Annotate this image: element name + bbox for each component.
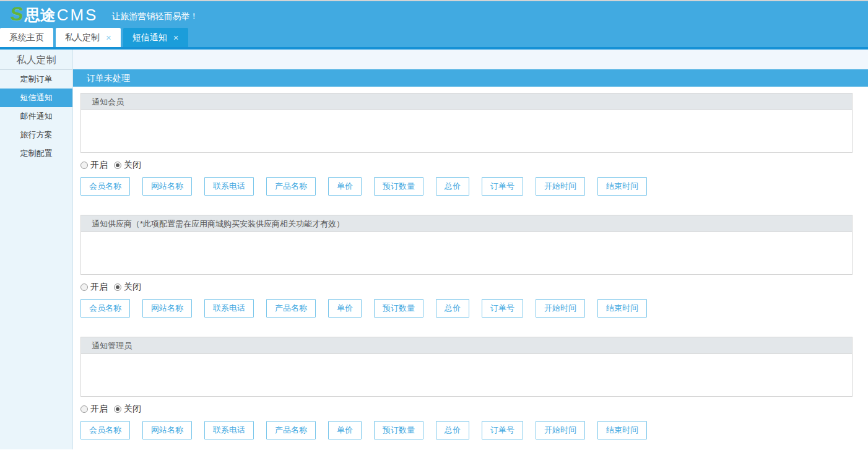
field-tag-button[interactable]: 结束时间: [597, 421, 647, 439]
field-tag-button[interactable]: 总价: [436, 177, 469, 196]
radio-on[interactable]: [80, 162, 88, 169]
radio-off-label: 关闭: [124, 282, 141, 293]
notify-supplier-textarea[interactable]: [81, 232, 852, 274]
sidebar-item-custom-config[interactable]: 定制配置: [0, 144, 72, 163]
field-tag-button[interactable]: 开始时间: [536, 421, 585, 439]
field-tag-button[interactable]: 会员名称: [80, 299, 130, 318]
tab-label: 系统主页: [9, 32, 44, 43]
field-tag-button[interactable]: 预订数量: [374, 177, 423, 196]
radio-off[interactable]: [114, 162, 121, 169]
notify-admin-textarea[interactable]: [81, 354, 852, 396]
logo-leaf-icon: S: [9, 4, 24, 24]
field-tag-button[interactable]: 联系电话: [204, 177, 254, 196]
field-tag-button[interactable]: 单价: [328, 299, 362, 318]
field-tag-button[interactable]: 单价: [328, 421, 362, 439]
field-tag-button[interactable]: 总价: [436, 299, 469, 318]
close-icon[interactable]: ×: [106, 33, 111, 42]
enable-radio-group: 开启 关闭: [80, 404, 853, 415]
field-tag-button[interactable]: 订单号: [482, 177, 523, 196]
radio-on[interactable]: [80, 405, 88, 413]
section-title: 通知供应商（*此项配置需在应用商城购买安装供应商相关功能才有效）: [81, 215, 852, 232]
radio-on-label: 开启: [90, 282, 108, 293]
tab-private-custom[interactable]: 私人定制 ×: [56, 28, 121, 47]
section-notify-admin: 通知管理员 开启 关闭 会员名称网站名称联系电话产品名称单价预订数量总价订单号开…: [80, 337, 853, 439]
tab-sms-notice[interactable]: 短信通知 ×: [123, 28, 188, 47]
field-tag-button[interactable]: 联系电话: [204, 421, 254, 439]
close-icon[interactable]: ×: [173, 33, 179, 42]
sidebar-item-custom-order[interactable]: 定制订单: [0, 70, 72, 89]
radio-off[interactable]: [114, 283, 121, 291]
main-content: 订单未处理 通知会员 开启 关闭 会员名称网站名称联系电话产品名称单价预订数量总…: [73, 50, 868, 449]
field-tag-button[interactable]: 预订数量: [374, 421, 423, 439]
section-notify-member: 通知会员 开启 关闭 会员名称网站名称联系电话产品名称单价预订数量总价订单号开始…: [80, 93, 853, 196]
section-title: 通知会员: [81, 93, 852, 110]
field-tag-button[interactable]: 会员名称: [80, 177, 130, 196]
sidebar-item-sms-notice[interactable]: 短信通知: [0, 89, 72, 107]
field-tag-button[interactable]: 联系电话: [204, 299, 254, 318]
radio-on-label: 开启: [90, 404, 108, 415]
tab-system-home[interactable]: 系统主页: [0, 28, 53, 47]
sidebar-item-travel-plan[interactable]: 旅行方案: [0, 126, 72, 144]
page-title: 订单未处理: [73, 69, 868, 87]
app-header: S 思途 CMS 让旅游营销轻而易举！: [0, 0, 868, 28]
enable-radio-group: 开启 关闭: [80, 282, 853, 293]
enable-radio-group: 开启 关闭: [80, 160, 853, 171]
field-tag-button[interactable]: 结束时间: [597, 177, 647, 196]
field-tag-button[interactable]: 结束时间: [597, 299, 647, 318]
field-tag-button[interactable]: 产品名称: [266, 299, 316, 318]
logo-brand-text: 思途: [25, 5, 56, 25]
field-tag-button[interactable]: 开始时间: [536, 177, 585, 196]
field-tag-button[interactable]: 产品名称: [266, 177, 316, 196]
sidebar-title: 私人定制: [0, 50, 72, 70]
radio-off[interactable]: [114, 405, 121, 413]
field-tag-button[interactable]: 产品名称: [266, 421, 316, 439]
content-top-strip: [73, 50, 868, 69]
radio-on[interactable]: [80, 283, 88, 291]
field-tag-button[interactable]: 网站名称: [142, 421, 192, 439]
radio-on-label: 开启: [90, 160, 108, 171]
tab-label: 短信通知: [132, 32, 167, 43]
tab-bar: 系统主页 私人定制 × 短信通知 ×: [0, 28, 868, 50]
section-title: 通知管理员: [81, 337, 852, 354]
radio-off-label: 关闭: [124, 404, 141, 415]
field-tag-button[interactable]: 预订数量: [374, 299, 423, 318]
section-notify-supplier: 通知供应商（*此项配置需在应用商城购买安装供应商相关功能才有效） 开启 关闭 会…: [80, 215, 853, 318]
tab-label: 私人定制: [65, 32, 100, 43]
app-tagline: 让旅游营销轻而易举！: [111, 11, 198, 22]
field-tag-button[interactable]: 订单号: [482, 421, 523, 439]
logo-cms-text: CMS: [57, 6, 98, 25]
app-logo: S 思途 CMS: [11, 4, 98, 25]
field-tag-button[interactable]: 会员名称: [80, 421, 130, 439]
field-tag-button[interactable]: 网站名称: [142, 177, 192, 196]
field-tag-row: 会员名称网站名称联系电话产品名称单价预订数量总价订单号开始时间结束时间: [80, 177, 853, 196]
field-tag-row: 会员名称网站名称联系电话产品名称单价预订数量总价订单号开始时间结束时间: [80, 299, 853, 318]
sidebar-item-mail-notice[interactable]: 邮件通知: [0, 107, 72, 126]
field-tag-button[interactable]: 总价: [436, 421, 469, 439]
sidebar: 私人定制 定制订单 短信通知 邮件通知 旅行方案 定制配置: [0, 50, 73, 449]
field-tag-button[interactable]: 单价: [328, 177, 362, 196]
field-tag-row: 会员名称网站名称联系电话产品名称单价预订数量总价订单号开始时间结束时间: [80, 421, 853, 439]
field-tag-button[interactable]: 订单号: [482, 299, 523, 318]
radio-off-label: 关闭: [124, 160, 141, 171]
field-tag-button[interactable]: 开始时间: [536, 299, 585, 318]
notify-member-textarea[interactable]: [81, 110, 852, 152]
field-tag-button[interactable]: 网站名称: [142, 299, 192, 318]
